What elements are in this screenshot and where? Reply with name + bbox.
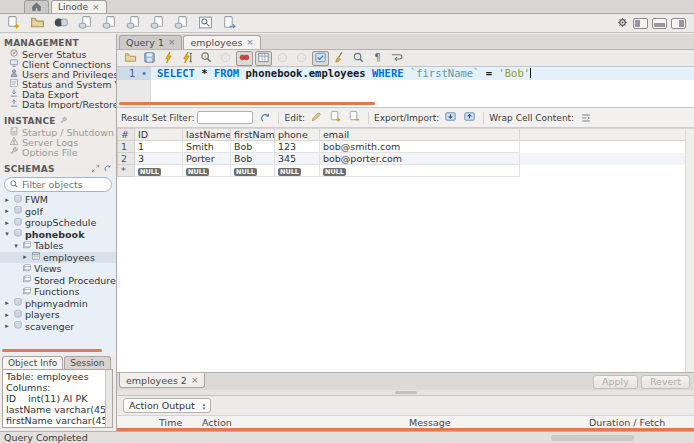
code-area[interactable]: SELECT * FROM phonebook.employees WHERE … [151, 67, 694, 107]
grid-cell[interactable]: 1 [135, 141, 183, 153]
grid-cell[interactable]: Bob [231, 153, 275, 165]
panel-right-toggle-button[interactable] [671, 18, 686, 29]
close-icon[interactable]: × [246, 38, 254, 47]
grid-cell[interactable]: NULL [275, 165, 320, 177]
reconnect-database-button[interactable] [220, 15, 238, 31]
grid-cell[interactable]: Porter [183, 153, 231, 165]
execute-current-button[interactable] [179, 51, 196, 66]
column-header-email[interactable]: email [320, 129, 520, 141]
sidebar-item-server-status[interactable]: Server Status [0, 49, 116, 59]
editor-horizontal-scrollbar[interactable] [119, 102, 375, 105]
close-icon[interactable]: × [168, 38, 176, 47]
instance-actions-icon[interactable] [59, 116, 68, 127]
tree-node-phonebook[interactable]: ▾phonebook [0, 229, 116, 241]
save-button[interactable] [141, 51, 158, 66]
grid-cell[interactable]: bob@smith.com [320, 141, 520, 153]
tree-node-stored-procedures[interactable]: Stored Procedures [0, 275, 116, 287]
result-tab-employees-2[interactable]: employees 2 × [119, 373, 205, 388]
tab-query-1[interactable]: Query 1 × [119, 35, 182, 49]
tree-node-tables[interactable]: ▾Tables [0, 240, 116, 252]
grid-cell[interactable]: 3 [135, 153, 183, 165]
tab-object-info[interactable]: Object Info [2, 356, 63, 369]
add-record-button[interactable] [327, 110, 344, 126]
tree-node-functions[interactable]: Functions [0, 286, 116, 298]
chevron-down-icon[interactable]: ▾ [12, 242, 20, 250]
result-vertical-scrollbar[interactable] [685, 129, 694, 372]
tree-node-players[interactable]: ▸players [0, 309, 116, 321]
create-function-button[interactable] [148, 15, 166, 31]
wrap-text-button[interactable] [388, 51, 405, 66]
chevron-right-icon[interactable]: ▸ [3, 311, 11, 319]
close-icon[interactable]: × [191, 376, 199, 385]
column-header-[interactable]: # [118, 129, 135, 141]
sidebar-item-client-connections[interactable]: Client Connections [0, 59, 116, 69]
create-trigger-button[interactable] [172, 15, 190, 31]
grid-cell[interactable]: 345 [275, 153, 320, 165]
export-records-button[interactable] [442, 110, 459, 126]
apply-button[interactable]: Apply [593, 375, 638, 389]
find-button[interactable] [350, 51, 367, 66]
column-header-id[interactable]: ID [135, 129, 183, 141]
wrap-cell-content-button[interactable] [577, 110, 594, 126]
sidebar-horizontal-scrollbar[interactable] [2, 349, 102, 352]
create-table-button[interactable] [76, 15, 94, 31]
toggle-stop-on-error-button[interactable] [236, 51, 253, 66]
tree-node-scavenger[interactable]: ▸scavenger [0, 321, 116, 333]
sql-code-editor[interactable]: 1 • SELECT * FROM phonebook.employees WH… [117, 67, 694, 108]
chevron-right-icon[interactable]: ▸ [21, 253, 29, 261]
rollback-button[interactable] [293, 51, 310, 66]
panel-bottom-toggle-button[interactable] [652, 18, 667, 29]
result-filter-input[interactable] [197, 111, 253, 124]
tree-node-fwm[interactable]: ▸FWM [0, 194, 116, 206]
sidebar-item-status-and-system-variables[interactable]: Status and System Variables [0, 79, 116, 89]
sidebar-item-data-import-restore[interactable]: Data Import/Restore [0, 99, 116, 109]
column-header-lastname[interactable]: lastName [183, 129, 231, 141]
tab-employees[interactable]: employees × [183, 35, 260, 49]
tree-node-golf[interactable]: ▸golf [0, 206, 116, 218]
stop-button[interactable] [217, 51, 234, 66]
output-column-duration-fetch[interactable]: Duration / Fetch [587, 417, 694, 428]
execute-button[interactable] [160, 51, 177, 66]
schema-filter-input[interactable] [22, 179, 102, 190]
tree-node-views[interactable]: Views [0, 263, 116, 275]
invisible-characters-button[interactable]: ¶ [369, 51, 386, 66]
refresh-button[interactable] [256, 110, 273, 126]
import-records-button[interactable] [461, 110, 478, 126]
revert-button[interactable]: Revert [641, 375, 690, 389]
grid-cell[interactable]: Smith [183, 141, 231, 153]
sidebar-item-options-file[interactable]: Options File [0, 147, 116, 157]
tree-node-employees[interactable]: ▸employees [0, 252, 116, 264]
grid-cell[interactable]: Bob [231, 141, 275, 153]
sidebar-item-data-export[interactable]: Data Export [0, 89, 116, 99]
grid-cell[interactable]: * [118, 165, 135, 177]
expand-schemas-icon[interactable] [91, 164, 100, 175]
column-header-firstname[interactable]: firstName [231, 129, 275, 141]
edit-record-button[interactable] [308, 110, 325, 126]
column-header-phone[interactable]: phone [275, 129, 320, 141]
output-column-time[interactable]: Time [157, 417, 200, 428]
create-stored-procedure-button[interactable] [124, 15, 142, 31]
object-info-scrollbar[interactable] [105, 370, 112, 427]
chevron-down-icon[interactable]: ▾ [3, 230, 11, 238]
limit-rows-button[interactable] [255, 51, 272, 66]
chevron-right-icon[interactable]: ▸ [3, 299, 11, 307]
grid-cell[interactable]: NULL [231, 165, 275, 177]
output-selector[interactable]: Action Output ▴▾ [123, 398, 211, 413]
chevron-right-icon[interactable]: ▸ [3, 207, 11, 215]
grid-cell[interactable]: NULL [135, 165, 183, 177]
open-sql-script-button[interactable] [28, 15, 46, 31]
explain-button[interactable] [198, 51, 215, 66]
panel-left-toggle-button[interactable] [633, 18, 648, 29]
sidebar-item-server-logs[interactable]: Server Logs [0, 137, 116, 147]
create-schema-button[interactable] [52, 15, 70, 31]
output-column-message[interactable]: Message [407, 417, 587, 428]
chevron-right-icon[interactable]: ▸ [3, 219, 11, 227]
create-view-button[interactable] [100, 15, 118, 31]
home-tab[interactable] [24, 0, 49, 13]
sidebar-item-startup-shutdown[interactable]: Startup / Shutdown [0, 127, 116, 137]
grid-cell[interactable]: 2 [118, 153, 135, 165]
search-objects-button[interactable] [196, 15, 214, 31]
new-sql-tab-button[interactable] [4, 15, 22, 31]
beautify-button[interactable] [331, 51, 348, 66]
output-column-action[interactable]: Action [200, 417, 407, 428]
